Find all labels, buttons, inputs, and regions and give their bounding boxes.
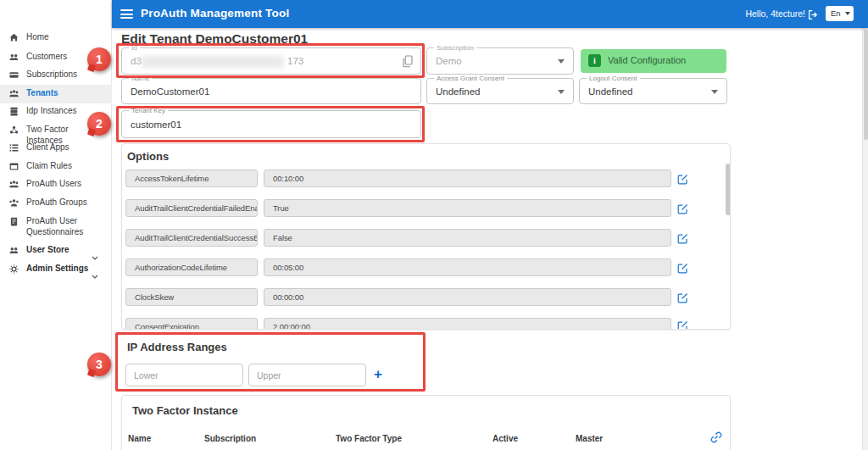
annotation-box-1 [116,43,425,78]
edit-icon[interactable] [677,262,688,277]
two-factor-title: Two Factor Instance [132,404,238,417]
chevron-down-icon [92,267,98,282]
option-name: AuditTrailClientCredentialFailedEnabl [125,199,258,217]
language-caret-icon [845,12,850,15]
option-name: ConsentExpiration [125,318,258,330]
sidebar-item-admin-settings[interactable]: Admin Settings [0,260,112,278]
option-value: 2.00:00:00 [264,318,671,330]
hamburger-menu-icon[interactable] [120,9,133,19]
select-caret-icon [558,59,565,64]
valid-configuration-label: Valid Configuration [608,55,686,65]
tenants-icon [8,87,19,103]
edit-icon[interactable] [677,173,688,188]
option-name: AccessTokenLifetime [125,169,258,187]
proauth-user-questionnaires-icon [8,215,19,231]
sidebar-item-proauth-users[interactable]: ProAuth Users [0,175,112,193]
window-scrollbar[interactable] [862,28,868,450]
column-header-subscription: Subscription [204,434,256,443]
two-factor-instances-icon [8,124,19,139]
link-icon[interactable] [710,431,722,447]
name-field-value: DemoCustomer01 [131,86,209,97]
proauth-users-icon [8,178,19,193]
column-header-active: Active [492,434,518,443]
options-scrollbar[interactable] [726,164,731,215]
options-title: Options [127,150,169,163]
option-value: False [264,229,671,247]
sidebar-item-proauth-groups[interactable]: ProAuth Groups [0,194,112,212]
client-apps-icon [8,142,19,157]
two-factor-instance-panel: Two Factor Instance Name Subscription Tw… [121,395,731,450]
annotation-badge-2: 2 [87,112,111,136]
edit-icon[interactable] [677,232,688,247]
admin-settings-icon [8,263,19,278]
column-header-name: Name [128,434,151,443]
option-name: AuthorizationCodeLifetime [125,258,258,276]
language-selector[interactable]: En [826,6,854,21]
top-header-bar: ProAuth Management Tool Hello, 4tecture!… [112,0,868,28]
idp-instances-icon [8,105,19,120]
edit-icon[interactable] [677,203,688,218]
edit-icon[interactable] [677,319,688,330]
home-icon [8,31,19,47]
logout-consent-value: Undefined [588,86,632,97]
user-store-icon [8,244,19,259]
select-caret-icon [558,90,565,94]
sidebar-item-proauth-user-questionnaires[interactable]: ProAuth User Questionnaires [0,213,112,245]
option-value: 00:10:00 [264,169,671,187]
logout-consent-label: Logout Consent [587,75,640,82]
option-value: 00:00:00 [264,288,671,306]
annotation-badge-3: 3 [87,353,111,376]
access-grant-consent-select[interactable]: Access Grant Consent Undefined [426,78,574,104]
edit-icon[interactable] [677,292,688,307]
annotation-badge-1: 1 [87,47,111,71]
sidebar-item-client-apps[interactable]: Client Apps [0,139,112,157]
column-header-two-factor-type: Two Factor Type [336,434,402,443]
window-scrollbar-thumb[interactable] [864,30,868,140]
option-value: 00:05:00 [264,258,671,276]
app-window: Home Customers Subscriptions Tenants Idp… [0,0,868,450]
annotation-box-2 [116,106,425,142]
access-grant-consent-label: Access Grant Consent [434,75,507,82]
valid-configuration-button[interactable]: i Valid Configuration [581,49,726,73]
subscription-select: Subscription Demo [426,47,574,75]
select-caret-icon [711,90,718,94]
sidebar-item-user-store[interactable]: User Store [0,242,112,259]
user-greeting: Hello, 4tecture! [745,8,805,19]
sidebar-item-home[interactable]: Home [0,29,112,47]
customers-icon [8,51,19,66]
sidebar-item-tenants[interactable]: Tenants [0,85,112,103]
annotation-box-3 [115,332,426,392]
info-icon: i [588,54,601,67]
option-name: ClockSkew [125,288,258,306]
subscriptions-icon [8,69,19,84]
logout-icon[interactable] [808,8,819,24]
options-panel: Options AccessTokenLifetime 00:10:00 Aud… [121,143,731,330]
sidebar-item-claim-rules[interactable]: Claim Rules [0,158,112,175]
logout-consent-select[interactable]: Logout Consent Undefined [579,78,727,104]
subscription-value: Demo [436,56,462,66]
option-value: True [264,199,671,217]
column-header-master: Master [576,434,603,443]
claim-rules-icon [8,160,19,175]
proauth-groups-icon [8,197,19,212]
name-field[interactable]: Name DemoCustomer01 [121,78,421,104]
app-title: ProAuth Management Tool [141,7,289,19]
option-name: AuditTrailClientCredentialSuccessEna [125,229,258,247]
language-value: En [831,8,841,18]
access-grant-consent-value: Undefined [436,86,480,97]
subscription-label: Subscription [434,44,476,52]
